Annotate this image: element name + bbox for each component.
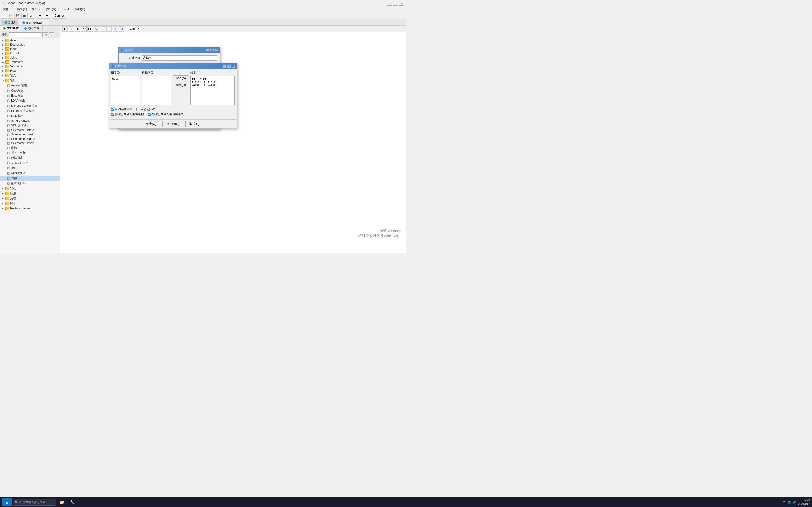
tree-item-liucheng[interactable]: ▶ 流程 xyxy=(0,196,60,201)
mapping-minimize-btn[interactable]: ─ xyxy=(222,64,226,68)
obj-tab-core[interactable]: 🔷 核心对象 xyxy=(21,25,43,31)
mapping-close-btn[interactable]: ✕ xyxy=(231,64,235,68)
mapping-title-bar: 🔷 映射匹配 ─ □ ✕ xyxy=(109,63,237,69)
tree-item-sf-insert[interactable]: 📋 Salesforce Insert xyxy=(0,132,60,137)
tree-item-shuchu[interactable]: ▼ 输出 xyxy=(0,78,60,83)
replay-btn[interactable]: ↺ xyxy=(100,26,105,32)
run-step-btn[interactable]: ▶▶ xyxy=(88,26,93,32)
debug-btn[interactable]: 🐛 xyxy=(94,26,99,32)
tree-item-pentaho-server[interactable]: ▶ Pentaho Server xyxy=(0,206,60,211)
tree-item-ldap[interactable]: 📋 LDAP 输出 xyxy=(0,98,60,103)
tree-item-auto-doc[interactable]: 📋 自动文档输出 xyxy=(0,171,60,176)
open-btn[interactable]: 📂 xyxy=(8,13,14,18)
tab-welcome[interactable]: 🔷 欢迎! xyxy=(1,19,18,25)
tree-item-rss[interactable]: 📋 RSS 输出 xyxy=(0,113,60,119)
tree-item-sf-upsert[interactable]: 📋 Salesforce Upsert xyxy=(0,141,60,145)
source-textarea[interactable]: data xyxy=(111,76,140,105)
delete-mapping-btn[interactable]: 删除(D) xyxy=(173,82,189,88)
tree-item-deprecated[interactable]: ▶ Deprecated xyxy=(0,43,60,47)
obj-tab-main[interactable]: 🌳 主对象树 xyxy=(0,25,21,31)
tree-item-cube[interactable]: 📋 Cube输出 xyxy=(0,88,60,93)
zoom-select[interactable]: 100% 50% 75% 150% 200% xyxy=(126,26,140,32)
tree-item-pentaho-report[interactable]: 📋 Pentaho 报表输出 xyxy=(0,108,60,113)
tree-item-access[interactable]: 📋 Access 输出 xyxy=(0,83,60,88)
connect-btn[interactable]: Connect xyxy=(53,13,67,18)
hide-source-checkbox[interactable] xyxy=(111,113,114,116)
tree-item-transform[interactable]: ▶ Transform xyxy=(0,60,60,64)
menu-file[interactable]: 文件(F) xyxy=(1,7,14,12)
dialog-close-btn[interactable]: ✕ xyxy=(214,48,218,52)
dialog-minimize-btn[interactable]: ─ xyxy=(206,48,209,52)
tree-item-dana[interactable]: ▶ dana xyxy=(0,38,60,43)
tree-item-label: 插入／更新 xyxy=(11,151,26,155)
print-btn[interactable]: 🖨 xyxy=(28,13,34,18)
tree-item-flow[interactable]: ▶ Flow xyxy=(0,68,60,73)
mapping-cancel-btn[interactable]: 取消(C) xyxy=(185,121,203,127)
add-mapping-btn[interactable]: Add (A) xyxy=(173,75,189,81)
check-btn[interactable]: ✓ xyxy=(106,26,112,32)
menu-edit[interactable]: 编辑(E) xyxy=(15,7,29,12)
tree-item-joins[interactable]: ▶ Joins xyxy=(0,56,60,60)
auto-target-checkbox[interactable] xyxy=(111,108,114,111)
maximize-btn[interactable]: □ xyxy=(393,1,398,6)
menu-run[interactable]: 执行(R) xyxy=(44,7,58,12)
tree-item-zhuanhuan[interactable]: ▶ 转换 xyxy=(0,186,60,191)
new-file-btn[interactable]: 📄 xyxy=(1,13,7,18)
tree-item-validation[interactable]: ▶ Validation xyxy=(0,64,60,68)
save-btn[interactable]: 💾 xyxy=(14,13,21,18)
tree-container: ▶ dana ▶ Deprecated ▶ Input ▶ Output xyxy=(0,38,60,211)
tree-item-shuru[interactable]: ▶ 输入 xyxy=(0,73,60,78)
menu-help[interactable]: 帮助(H) xyxy=(73,7,87,12)
tree-item-ms-excel[interactable]: 📋 Microsoft Excel 输出 xyxy=(0,103,60,108)
tree-item-label: SQL 文件输出 xyxy=(11,123,29,127)
tree-item-sf-delete[interactable]: 📋 Salesforce Delete xyxy=(0,128,60,132)
tree-item-excel[interactable]: 📋 Excel输出 xyxy=(0,93,60,98)
tree-item-sql-file[interactable]: 📋 SQL 文件输出 xyxy=(0,123,60,128)
tree-item-sf-update[interactable]: 📋 Salesforce Update xyxy=(0,137,60,141)
menu-tools[interactable]: 工具(T) xyxy=(59,7,72,12)
step-search-collapse-btn[interactable]: ⊟ xyxy=(49,32,54,37)
tree-item-input[interactable]: ▶ Input xyxy=(0,47,60,51)
dialog-maximize-btn[interactable]: □ xyxy=(210,48,214,52)
tree-item-output[interactable]: ▶ Output xyxy=(0,51,60,56)
mapping-ok-btn[interactable]: 确定(O) xyxy=(142,121,160,127)
mapping-maximize-btn[interactable]: □ xyxy=(227,64,231,68)
pause-btn[interactable]: ⏸ xyxy=(69,26,74,32)
tree-item-config-output[interactable]: 📋 配置文件输出 xyxy=(0,181,60,186)
undo-btn[interactable]: ↩ xyxy=(37,13,43,18)
tree-item-update[interactable]: 📋 更新 xyxy=(0,166,60,171)
run-toolbar: ▶ ⏸ ⏹ 👁 ▶▶ 🐛 ↺ ✓ 🗄 📊 100% 50% 75% 150% 2… xyxy=(60,25,406,32)
tree-item-data-sync[interactable]: 📋 数据同步 xyxy=(0,156,60,161)
mapping-guess-btn[interactable]: 猜一猜(G) xyxy=(162,121,184,127)
tree-item-delete[interactable]: 📋 删除 xyxy=(0,145,60,151)
tree-item-s3[interactable]: 📋 S3 File Output xyxy=(0,119,60,123)
tab-icon: 🔷 xyxy=(4,21,8,24)
result-textarea[interactable]: id --> id field --> field value --> valu… xyxy=(191,76,235,105)
tree-item-insert-update[interactable]: 📋 插入／更新 xyxy=(0,151,60,156)
tab-json-extract[interactable]: 🔷 json_extract ✕ xyxy=(19,20,49,25)
step-search-input[interactable] xyxy=(9,32,43,37)
arrow-icon: ▶ xyxy=(2,207,5,210)
tab-close-icon[interactable]: ✕ xyxy=(44,21,46,24)
tree-item-jiaoBen[interactable]: ▶ 脚本 xyxy=(0,201,60,206)
stop-btn[interactable]: ⏹ xyxy=(75,26,80,32)
run-btn[interactable]: ▶ xyxy=(62,26,68,32)
auto-source-checkbox[interactable] xyxy=(136,108,140,111)
close-btn[interactable]: ✕ xyxy=(399,1,404,6)
tree-item-table-output[interactable]: 📋 表输出 xyxy=(0,176,60,181)
tree-item-yingyong[interactable]: ▶ 应用 xyxy=(0,191,60,196)
target-textarea[interactable] xyxy=(142,76,171,105)
db-btn[interactable]: 🗄 xyxy=(113,26,118,32)
redo-btn[interactable]: ↪ xyxy=(44,13,50,18)
tree-item-text-output[interactable]: 📋 文本文件输出 xyxy=(0,161,60,166)
main-tree-label: 主对象树 xyxy=(7,26,18,31)
preview-btn[interactable]: 👁 xyxy=(81,26,87,32)
menu-view[interactable]: 视图(V) xyxy=(30,7,43,12)
minimize-btn[interactable]: ─ xyxy=(387,1,393,6)
step-search-expand-btn[interactable]: ⊞ xyxy=(43,32,48,37)
save-as-btn[interactable]: 🖫 xyxy=(21,13,28,18)
sidebar: 🌳 主对象树 🔷 核心对象 步骤 ⊞ ⊟ ▶ dana xyxy=(0,25,60,253)
hide-target-checkbox[interactable] xyxy=(148,113,151,116)
step-name-input[interactable] xyxy=(142,55,217,61)
graph-btn[interactable]: 📊 xyxy=(119,26,124,32)
